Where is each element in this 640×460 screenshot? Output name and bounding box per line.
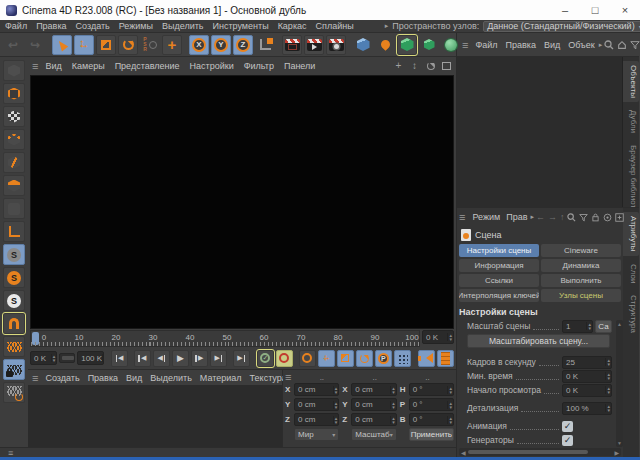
z-axis-lock-button[interactable]: Z bbox=[233, 35, 253, 55]
spinner-icon[interactable]: ▴▾ bbox=[605, 386, 611, 394]
spinner-icon[interactable]: ▴▾ bbox=[390, 386, 396, 394]
go-to-end-button[interactable]: ▶ bbox=[233, 350, 250, 367]
spinner-icon[interactable]: ▴▾ bbox=[390, 401, 396, 409]
tab-scene-nodes[interactable]: Узлы сцены bbox=[541, 289, 621, 302]
keyframe-selection-button[interactable] bbox=[299, 350, 316, 367]
home-icon[interactable] bbox=[617, 40, 627, 50]
spinner-icon[interactable]: ▴▾ bbox=[333, 401, 339, 409]
tab-takes[interactable]: Дубли bbox=[623, 106, 639, 137]
timeline-ruler[interactable]: 0 10 20 30 40 50 60 70 80 90 100 bbox=[30, 330, 420, 347]
menu-expander-icon[interactable]: ▸ bbox=[599, 41, 603, 49]
play-button[interactable]: ▶ bbox=[172, 350, 189, 367]
hamburger-icon[interactable]: ≡ bbox=[285, 372, 291, 382]
lock-icon[interactable] bbox=[591, 213, 600, 222]
position-y-field[interactable]: 0 cm▴▾ bbox=[294, 398, 339, 411]
crosshair-tool-button[interactable]: + bbox=[162, 35, 182, 55]
texture-mode-button[interactable] bbox=[3, 106, 25, 127]
tab-project-settings[interactable]: Настройки сцены bbox=[459, 244, 539, 257]
search-icon[interactable] bbox=[604, 40, 614, 50]
move-tool-button[interactable]: ↔↔ bbox=[74, 35, 94, 55]
objects-menu-object[interactable]: Объек bbox=[568, 40, 594, 50]
uv-mode-button[interactable] bbox=[3, 198, 25, 219]
menu-tools[interactable]: Инструменты bbox=[213, 21, 269, 31]
objects-menu-edit[interactable]: Правка bbox=[506, 40, 536, 50]
tab-todo[interactable]: Выполнить bbox=[541, 274, 621, 287]
fps-field[interactable]: 25▴▾ bbox=[562, 356, 612, 369]
materials-menu-select[interactable]: Выделить bbox=[150, 373, 192, 383]
viewport-canvas[interactable] bbox=[30, 75, 454, 329]
node-space-select[interactable]: Данное (Стандартный/Физический) ▾ bbox=[483, 21, 640, 32]
tab-references[interactable]: Ссылки bbox=[459, 274, 539, 287]
focus-icon[interactable] bbox=[603, 213, 612, 222]
materials-menu-create[interactable]: Создать bbox=[45, 373, 79, 383]
hamburger-icon[interactable]: ≡ bbox=[462, 40, 468, 50]
preview-start-field[interactable]: 0 K▴▾ bbox=[562, 384, 612, 397]
scale-z-field[interactable]: 0 cm▴▾ bbox=[351, 413, 396, 426]
generators-checkbox[interactable] bbox=[562, 435, 573, 446]
menu-mesh[interactable]: Каркас bbox=[278, 21, 307, 31]
playback-mode-button[interactable] bbox=[437, 350, 454, 367]
hamburger-icon[interactable]: ≡ bbox=[459, 212, 465, 222]
rotation-p-field[interactable]: 0 °▴▾ bbox=[409, 398, 454, 411]
tab-structure[interactable]: Структура bbox=[623, 291, 639, 337]
solo-hierarchy-button[interactable]: S bbox=[3, 290, 25, 311]
undo-button[interactable]: ↩ bbox=[3, 35, 23, 55]
range-slider[interactable] bbox=[59, 353, 75, 363]
instance-button[interactable] bbox=[419, 35, 439, 55]
tab-attributes[interactable]: Атрибуты bbox=[623, 212, 639, 256]
hamburger-icon[interactable]: ≡ bbox=[32, 61, 38, 71]
animation-checkbox[interactable] bbox=[562, 421, 573, 432]
menu-create[interactable]: Создать bbox=[76, 21, 110, 31]
tab-key-interpolation[interactable]: Интерполяция ключей bbox=[459, 289, 539, 302]
search-icon[interactable] bbox=[567, 213, 576, 222]
key-parameter-button[interactable]: P bbox=[375, 350, 392, 367]
current-frame-field[interactable]: 0 K ▴▾ bbox=[422, 330, 454, 344]
record-keyframe-button[interactable]: ✓ bbox=[257, 350, 274, 367]
spinner-icon[interactable]: ▴▾ bbox=[447, 416, 453, 424]
menu-expander-icon[interactable]: ▸ bbox=[385, 22, 389, 30]
position-x-field[interactable]: 0 cm▴▾ bbox=[294, 383, 339, 396]
menu-spline[interactable]: Сплайны bbox=[316, 21, 354, 31]
position-z-field[interactable]: 0 cm▴▾ bbox=[294, 413, 339, 426]
tab-layers[interactable]: Слои bbox=[623, 260, 639, 287]
menu-expander-icon[interactable]: ▸ bbox=[530, 213, 534, 221]
hamburger-icon[interactable]: ≡ bbox=[32, 373, 38, 383]
min-time-field[interactable]: 0 K▴▾ bbox=[562, 370, 612, 383]
spinner-icon[interactable]: ▴▾ bbox=[333, 416, 339, 424]
y-axis-lock-button[interactable]: Y bbox=[211, 35, 231, 55]
subdivision-surface-button[interactable] bbox=[397, 35, 417, 55]
menu-file[interactable]: Файл bbox=[5, 21, 27, 31]
workplane-button[interactable] bbox=[3, 336, 25, 357]
spline-pen-button[interactable] bbox=[375, 35, 395, 55]
render-picture-viewer-button[interactable] bbox=[304, 35, 324, 55]
select-tool-button[interactable] bbox=[52, 35, 72, 55]
viewport-menu-display[interactable]: Представление bbox=[115, 61, 180, 71]
model-mode-button[interactable] bbox=[3, 83, 25, 104]
sound-button[interactable] bbox=[418, 350, 435, 367]
range-start-field[interactable]: 0 K▴▾ bbox=[30, 351, 57, 365]
autokey-button[interactable] bbox=[276, 350, 293, 367]
hamburger-icon[interactable]: ≡ bbox=[8, 448, 13, 458]
redo-button[interactable]: ↪ bbox=[25, 35, 45, 55]
tab-objects[interactable]: Объекты bbox=[623, 61, 639, 102]
planar-workplane-button[interactable] bbox=[3, 382, 25, 403]
materials-menu-edit[interactable]: Правка bbox=[88, 373, 118, 383]
materials-menu-texture[interactable]: Текстура bbox=[250, 373, 287, 383]
vertical-scrollbar[interactable]: ▲▼ bbox=[616, 320, 623, 447]
add-box-icon[interactable] bbox=[615, 213, 624, 222]
objects-menu-view[interactable]: Вид bbox=[544, 40, 560, 50]
tab-info[interactable]: Информация bbox=[459, 259, 539, 272]
scroll-thumb[interactable] bbox=[468, 450, 588, 454]
viewport-menu-cameras[interactable]: Камеры bbox=[72, 61, 105, 71]
tab-dynamics[interactable]: Динамика bbox=[541, 259, 621, 272]
viewport-menu-panels[interactable]: Панели bbox=[284, 61, 315, 71]
scale-tool-button[interactable] bbox=[96, 35, 116, 55]
scroll-right-icon[interactable]: ▶ bbox=[614, 449, 619, 456]
prev-key-button[interactable]: ◀ bbox=[134, 350, 151, 367]
spinner-icon[interactable]: ▴▾ bbox=[102, 354, 104, 362]
next-frame-button[interactable]: ▶ bbox=[191, 350, 208, 367]
lock-workplane-button[interactable] bbox=[3, 359, 25, 380]
viewport-menu-options[interactable]: Настройки bbox=[190, 61, 234, 71]
viewport-menu-filter[interactable]: Фильтр bbox=[244, 61, 274, 71]
spinner-icon[interactable]: ▴▾ bbox=[586, 322, 592, 330]
